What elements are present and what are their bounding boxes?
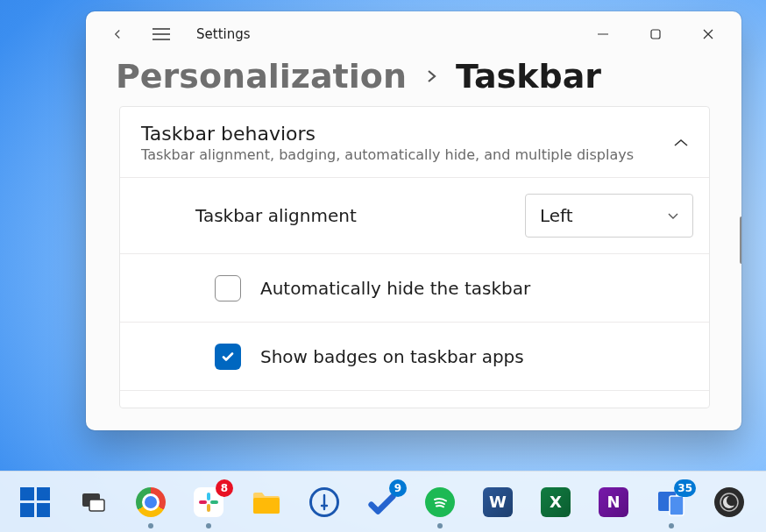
maximize-icon — [649, 28, 662, 40]
setting-row-auto-hide: Automatically hide the taskbar — [120, 253, 709, 322]
start-button[interactable] — [19, 486, 51, 518]
svg-rect-10 — [210, 500, 218, 504]
excel-app[interactable]: X — [540, 486, 571, 518]
onenote-icon: N — [599, 487, 628, 517]
window-title: Settings — [196, 26, 251, 42]
minimize-button[interactable] — [589, 20, 617, 48]
combobox-value: Left — [540, 205, 573, 226]
settings-window: Settings Personalization Taskbar Taskbar… — [86, 11, 741, 430]
badges-label: Show badges on taskbar apps — [260, 346, 524, 367]
slack-app[interactable]: 8 — [193, 486, 224, 518]
panel-subtitle: Taskbar alignment, badging, automaticall… — [141, 146, 660, 163]
content: Taskbar behaviors Taskbar alignment, bad… — [86, 106, 741, 430]
chevron-right-icon — [424, 66, 438, 87]
todo-badge: 9 — [389, 479, 407, 497]
folder-icon — [252, 489, 281, 515]
spotify-icon — [425, 487, 455, 517]
chevron-down-icon — [666, 210, 680, 221]
svg-rect-13 — [253, 498, 280, 514]
obs-icon — [714, 487, 744, 517]
task-view-icon — [81, 490, 105, 514]
panel-header[interactable]: Taskbar behaviors Taskbar alignment, bad… — [120, 107, 709, 177]
breadcrumb-parent[interactable]: Personalization — [116, 57, 407, 96]
svg-rect-8 — [89, 500, 104, 511]
file-explorer-app[interactable] — [251, 486, 282, 518]
svg-rect-9 — [207, 493, 210, 500]
windows-icon — [20, 487, 50, 517]
auto-hide-checkbox[interactable] — [215, 275, 241, 301]
excel-icon: X — [541, 487, 571, 517]
breadcrumb-current: Taskbar — [456, 57, 601, 96]
alignment-combobox[interactable]: Left — [525, 194, 693, 238]
svg-rect-12 — [199, 500, 207, 504]
svg-rect-11 — [207, 504, 210, 512]
nav-menu-button[interactable] — [147, 20, 175, 48]
setting-label: Taskbar alignment — [195, 205, 507, 226]
svg-rect-15 — [670, 496, 684, 515]
todo-app[interactable]: 9 — [366, 486, 398, 518]
minimize-icon — [597, 28, 609, 40]
window-controls — [589, 20, 722, 48]
word-app[interactable]: W — [482, 486, 514, 518]
taskbar-behaviors-panel: Taskbar behaviors Taskbar alignment, bad… — [119, 106, 710, 408]
close-button[interactable] — [694, 20, 722, 48]
task-view-button[interactable] — [77, 486, 109, 518]
chrome-app[interactable] — [135, 486, 167, 518]
setting-row-alignment: Taskbar alignment Left — [120, 177, 709, 253]
chrome-icon — [136, 487, 166, 517]
maximize-button[interactable] — [642, 20, 670, 48]
setting-row-badges: Show badges on taskbar apps — [120, 322, 709, 390]
slack-badge: 8 — [216, 479, 233, 497]
spotify-app[interactable] — [424, 486, 456, 518]
your-phone-app[interactable]: 35 — [656, 486, 687, 518]
1password-app[interactable] — [309, 486, 340, 518]
auto-hide-label: Automatically hide the taskbar — [260, 278, 530, 299]
check-icon — [220, 349, 236, 365]
obs-app[interactable] — [713, 486, 745, 518]
word-icon: W — [483, 487, 513, 517]
back-arrow-icon — [110, 26, 125, 42]
svg-rect-4 — [651, 30, 660, 39]
back-button[interactable] — [103, 20, 131, 48]
breadcrumb: Personalization Taskbar — [86, 57, 741, 106]
setting-row-next — [120, 390, 709, 408]
your-phone-badge: 35 — [674, 479, 696, 497]
onenote-app[interactable]: N — [598, 486, 629, 518]
badges-checkbox[interactable] — [215, 344, 241, 370]
panel-title: Taskbar behaviors — [141, 123, 660, 145]
scrollbar-thumb[interactable] — [740, 216, 741, 264]
close-icon — [702, 28, 714, 40]
chevron-up-icon — [672, 137, 690, 149]
1password-icon — [309, 487, 339, 517]
hamburger-icon — [152, 27, 170, 41]
titlebar: Settings — [86, 11, 741, 57]
taskbar: 8 9 W X N 35 — [0, 471, 766, 532]
